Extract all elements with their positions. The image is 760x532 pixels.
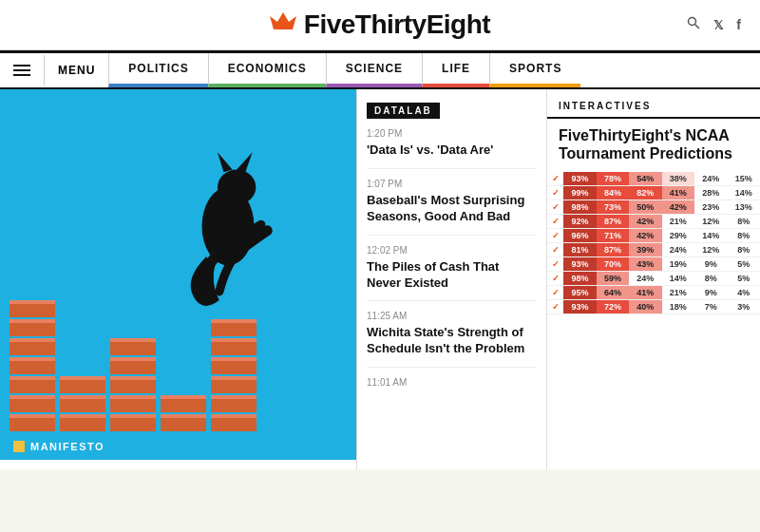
check-cell: ✓: [547, 243, 563, 257]
check-cell: ✓: [547, 215, 563, 229]
pct-cell: 23%: [694, 200, 727, 215]
pct-cell: 13%: [727, 200, 760, 215]
datalab-items-list: 1:20 PM 'Data Is' vs. 'Data Are' 1:07 PM…: [357, 119, 546, 401]
brick: [211, 338, 256, 355]
brick: [211, 376, 256, 393]
pct-cell: 21%: [662, 286, 694, 300]
fivethirtyeight-logo-icon: [270, 12, 296, 33]
interactives-section: INTERACTIVES FiveThirtyEight's NCAA Tour…: [546, 89, 760, 469]
check-cell: ✓: [547, 300, 563, 314]
datalab-title-2[interactable]: Baseball's Most Surprising Seasons, Good…: [367, 193, 537, 225]
pct-cell: 93%: [563, 257, 596, 272]
ncaa-row: ✓99%84%82%41%28%14%: [547, 186, 760, 200]
pct-cell: 38%: [662, 172, 694, 186]
datalab-item-4: 11:25 AM Wichita State's Strength of Sch…: [367, 301, 537, 368]
brick: [10, 319, 55, 336]
datalab-title-1[interactable]: 'Data Is' vs. 'Data Are': [367, 142, 537, 159]
brick: [211, 395, 256, 412]
pct-cell: 3%: [727, 300, 760, 314]
pct-cell: 50%: [629, 200, 661, 215]
hero-image[interactable]: MANIFESTO: [0, 89, 356, 460]
svg-line-3: [695, 25, 700, 29]
check-cell: ✓: [547, 186, 563, 200]
nav-science[interactable]: SCIENCE: [326, 53, 422, 87]
ncaa-table: ✓93%78%54%38%24%15%✓99%84%82%41%28%14%✓9…: [547, 172, 760, 314]
pct-cell: 42%: [662, 200, 694, 215]
datalab-title-4[interactable]: Wichita State's Strength of Schedule Isn…: [367, 325, 537, 357]
ncaa-row: ✓98%59%24%14%8%5%: [547, 272, 760, 286]
search-icon[interactable]: [687, 16, 700, 33]
svg-marker-6: [218, 152, 233, 172]
nav-sports[interactable]: SPORTS: [489, 53, 580, 87]
site-title: FiveThirtyEight: [304, 10, 490, 40]
pct-cell: 5%: [727, 272, 760, 286]
nav-economics[interactable]: ECONOMICS: [208, 53, 326, 87]
pct-cell: 29%: [662, 229, 694, 243]
pct-cell: 8%: [727, 215, 760, 229]
brick: [211, 357, 256, 374]
datalab-title-3[interactable]: The Piles of Cash That Never Existed: [367, 259, 537, 292]
pct-cell: 8%: [727, 243, 760, 257]
pct-cell: 70%: [597, 257, 629, 272]
pct-cell: 24%: [662, 243, 694, 257]
pct-cell: 95%: [563, 286, 596, 300]
brick: [60, 395, 105, 412]
brick-column-2: [60, 376, 105, 431]
interactives-title[interactable]: FiveThirtyEight's NCAA Tournament Predic…: [547, 119, 760, 172]
pct-cell: 5%: [727, 257, 760, 272]
pct-cell: 8%: [694, 272, 727, 286]
pct-cell: 72%: [597, 300, 629, 314]
brick: [10, 338, 55, 355]
brick-column-5: [211, 319, 256, 431]
brick: [10, 357, 55, 374]
pct-cell: 98%: [563, 200, 596, 215]
ncaa-row: ✓93%70%43%19%9%5%: [547, 257, 760, 272]
svg-point-2: [689, 18, 696, 26]
label-box: [13, 441, 25, 452]
brick: [10, 395, 55, 412]
ncaa-row: ✓92%87%42%21%12%8%: [547, 215, 760, 229]
pct-cell: 73%: [597, 200, 629, 215]
nav-life[interactable]: LIFE: [422, 53, 489, 87]
datalab-time-5: 11:01 AM: [367, 377, 537, 388]
pct-cell: 4%: [727, 286, 760, 300]
menu-button[interactable]: [0, 54, 44, 86]
pct-cell: 43%: [629, 257, 661, 272]
pct-cell: 93%: [563, 300, 596, 314]
brick: [10, 414, 55, 431]
menu-label[interactable]: MENU: [44, 55, 108, 86]
brick: [110, 376, 156, 393]
datalab-time-3: 12:02 PM: [367, 245, 537, 256]
check-cell: ✓: [547, 229, 563, 243]
brick: [60, 414, 105, 431]
ncaa-row: ✓81%87%39%24%12%8%: [547, 243, 760, 257]
interactives-label: INTERACTIVES: [547, 89, 760, 119]
datalab-header-area: DATALAB: [357, 89, 546, 119]
check-cell: ✓: [547, 172, 563, 186]
logo[interactable]: FiveThirtyEight: [270, 10, 490, 40]
facebook-icon[interactable]: f: [736, 17, 741, 32]
nav-politics[interactable]: POLITICS: [108, 53, 207, 87]
pct-cell: 24%: [694, 172, 727, 186]
pct-cell: 64%: [597, 286, 629, 300]
pct-cell: 39%: [629, 243, 661, 257]
pct-cell: 42%: [629, 229, 661, 243]
pct-cell: 21%: [662, 215, 694, 229]
pct-cell: 40%: [629, 300, 661, 314]
pct-cell: 7%: [694, 300, 727, 314]
brick: [110, 395, 156, 412]
pct-cell: 71%: [597, 229, 629, 243]
pct-cell: 84%: [597, 186, 629, 200]
twitter-icon[interactable]: 𝕏: [713, 18, 723, 32]
brick: [110, 357, 156, 374]
pct-cell: 54%: [629, 172, 661, 186]
pct-cell: 24%: [629, 272, 661, 286]
bricks-area: [10, 300, 347, 431]
check-cell: ✓: [547, 200, 563, 215]
pct-cell: 9%: [694, 257, 727, 272]
brick: [110, 338, 156, 355]
pct-cell: 87%: [597, 215, 629, 229]
pct-cell: 98%: [563, 272, 596, 286]
pct-cell: 93%: [563, 172, 596, 186]
pct-cell: 12%: [694, 243, 727, 257]
